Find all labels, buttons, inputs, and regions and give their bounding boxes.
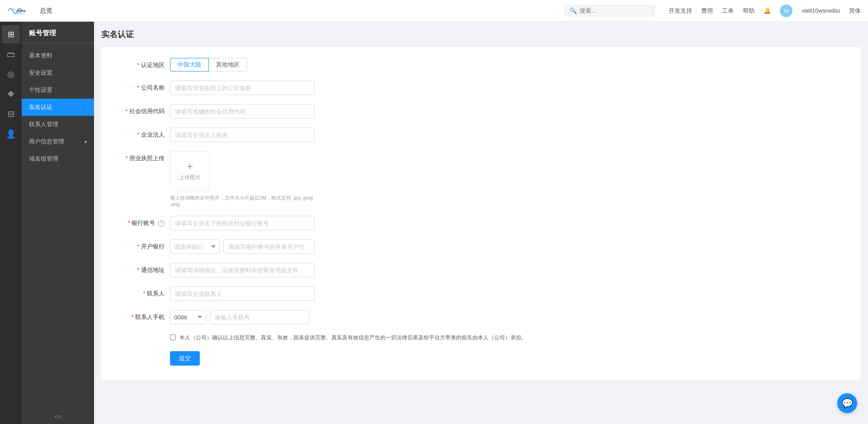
tab-mainland[interactable]: 中国大陆 [170, 58, 209, 71]
bank-label: 银行账号 ? [116, 216, 170, 227]
sidebar-title: 账号管理 [22, 22, 94, 43]
sidebar-item-security[interactable]: 安全设置 [22, 64, 94, 81]
region-label: 认证地区 [116, 58, 170, 69]
bank-input[interactable] [170, 216, 315, 230]
legal-input[interactable] [170, 128, 315, 142]
help-link[interactable]: 帮助 [743, 7, 755, 15]
sidebar-item-basic-info[interactable]: 基本资料 [22, 47, 94, 64]
address-label: 通信地址 [116, 263, 170, 274]
icon-bar-grid[interactable]: ⊞ [2, 25, 20, 43]
phone-prefix-select[interactable]: 0086 [170, 310, 206, 324]
icon-bar: ⊞ 🗃 ◎ ❖ ⊟ 👤 [0, 22, 22, 424]
icon-bar-grid2[interactable]: ⊟ [2, 105, 20, 123]
credit-input[interactable] [170, 104, 315, 119]
content-area: 实名认证 认证地区 中国大陆 其他地区 公司名称 [94, 22, 868, 424]
sidebar-menu: 基本资料 安全设置 个性设置 实名认证 联系人管理 用户信息管理 ▾ 域名组管理 [22, 43, 94, 410]
form-row-legal: 企业法人 [116, 128, 846, 142]
search-area: 🔍 [565, 5, 655, 16]
company-label: 公司名称 [116, 81, 170, 92]
icon-bar-person[interactable]: 👤 [2, 125, 20, 143]
top-nav-right: 开发支持 费用 工单 帮助 🔔 Ie xiell10wsneibu 简体 [669, 5, 861, 17]
overview-link[interactable]: 总览 [40, 7, 52, 15]
form-row-phone: 联系人手机 0086 [116, 310, 846, 324]
upload-hint: 请上传清晰的证件照片，文件大小不超过2M，格式支持 .jpg .jpeg .pn… [170, 195, 324, 207]
contact-input[interactable] [170, 286, 315, 301]
username[interactable]: xiell10wsneibu [802, 7, 840, 14]
avatar: Ie [780, 5, 793, 17]
region-control: 中国大陆 其他地区 [170, 58, 315, 71]
page-title: 实名认证 [101, 29, 861, 40]
bank-help-icon[interactable]: ? [158, 220, 165, 227]
bank-control [170, 216, 315, 230]
agreement-row: 本人（公司）确认以上信息完整、真实、有效，因未提供完整、真实及有效信息产生的一切… [116, 333, 846, 342]
open-bank-label: 开户银行 [116, 239, 170, 251]
logo-area[interactable]: 网宿科技 WANGSU.COM [7, 5, 29, 17]
sidebar-item-realname[interactable]: 实名认证 [22, 99, 94, 116]
svg-text:网宿科技: 网宿科技 [17, 10, 25, 12]
legal-label: 企业法人 [116, 128, 170, 139]
icon-bar-inbox[interactable]: 🗃 [2, 45, 20, 63]
search-box[interactable]: 🔍 [565, 5, 655, 16]
company-control [170, 81, 315, 95]
ticket-link[interactable]: 工单 [722, 7, 734, 15]
contact-control [170, 286, 315, 301]
chat-icon: 💬 [842, 398, 853, 409]
credit-control [170, 104, 315, 119]
form-row-address: 通信地址 [116, 263, 846, 277]
legal-control [170, 128, 315, 142]
address-control [170, 263, 315, 277]
agreement-text: 本人（公司）确认以上信息完整、真实、有效，因未提供完整、真实及有效信息产生的一切… [179, 333, 527, 342]
upload-plus-icon: + [187, 161, 193, 172]
lang-switch[interactable]: 简体 [849, 7, 861, 15]
sidebar: 账号管理 基本资料 安全设置 个性设置 实名认证 联系人管理 用户信息管理 ▾ [22, 22, 94, 424]
upload-text: 上传图片 [179, 174, 201, 181]
phone-input[interactable] [210, 310, 309, 324]
form-row-contact: 联系人 [116, 286, 846, 301]
company-input[interactable] [170, 81, 315, 95]
form-row-bank: 银行账号 ? [116, 216, 846, 230]
submit-row: 提交 [116, 351, 846, 366]
license-control: + 上传图片 请上传清晰的证件照片，文件大小不超过2M，格式支持 .jpg .j… [170, 151, 324, 207]
sidebar-item-domain-group[interactable]: 域名组管理 [22, 150, 94, 167]
contact-label: 联系人 [116, 286, 170, 298]
sidebar-collapse-btn[interactable]: << [22, 410, 94, 424]
main-layout: ⊞ 🗃 ◎ ❖ ⊟ 👤 账号管理 基本资料 安全设置 个性设置 实名认证 联系人… [0, 22, 868, 424]
tab-other[interactable]: 其他地区 [209, 58, 247, 71]
bank-branch-input[interactable] [223, 239, 315, 254]
icon-bar-eye[interactable]: ◎ [2, 65, 20, 83]
icon-bar-puzzle[interactable]: ❖ [2, 85, 20, 103]
region-tabs: 中国大陆 其他地区 [170, 58, 315, 71]
search-icon: 🔍 [570, 7, 577, 14]
upload-area[interactable]: + 上传图片 [170, 151, 210, 191]
chat-bubble[interactable]: 💬 [837, 393, 857, 413]
credit-label: 社会信用代码 [116, 104, 170, 115]
phone-label: 联系人手机 [116, 310, 170, 321]
billing-link[interactable]: 费用 [701, 7, 713, 15]
address-input[interactable] [170, 263, 315, 277]
agreement-checkbox[interactable] [170, 334, 176, 340]
top-nav: 网宿科技 WANGSU.COM 总览 🔍 开发支持 费用 工单 帮助 🔔 Ie … [0, 0, 868, 22]
svg-text:WANGSU.COM: WANGSU.COM [17, 13, 25, 14]
form-card: 认证地区 中国大陆 其他地区 公司名称 社会信用代码 [101, 47, 861, 380]
form-row-open-bank: 开户银行 请选择银行 [116, 239, 846, 254]
form-row-license: 营业执照上传 + 上传图片 请上传清晰的证件照片，文件大小不超过2M，格式支持 … [116, 151, 846, 207]
license-label: 营业执照上传 [116, 151, 170, 162]
open-bank-control: 请选择银行 [170, 239, 315, 254]
sidebar-item-personal[interactable]: 个性设置 [22, 81, 94, 99]
submit-button[interactable]: 提交 [170, 351, 200, 366]
sidebar-item-user-info[interactable]: 用户信息管理 ▾ [22, 133, 94, 150]
dev-support-link[interactable]: 开发支持 [669, 7, 692, 15]
bank-select[interactable]: 请选择银行 [170, 239, 220, 254]
chevron-down-icon: ▾ [85, 139, 87, 144]
form-row-region: 认证地区 中国大陆 其他地区 [116, 58, 846, 71]
sidebar-item-contacts[interactable]: 联系人管理 [22, 116, 94, 133]
phone-control: 0086 [170, 310, 315, 324]
bell-icon[interactable]: 🔔 [764, 7, 771, 14]
form-row-credit: 社会信用代码 [116, 104, 846, 119]
form-row-company: 公司名称 [116, 81, 846, 95]
logo-icon: 网宿科技 WANGSU.COM [7, 5, 25, 17]
search-input[interactable] [580, 7, 647, 14]
